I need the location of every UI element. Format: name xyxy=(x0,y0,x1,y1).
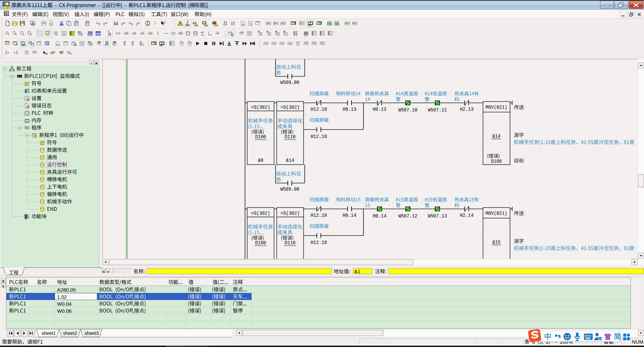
svg-text:19: 19 xyxy=(599,337,602,340)
svg-text:10: 10 xyxy=(105,41,108,44)
svg-text:10: 10 xyxy=(97,41,101,44)
svg-text:%: % xyxy=(53,50,55,54)
svg-text:CI: CI xyxy=(96,33,100,36)
svg-text:%: % xyxy=(45,52,48,55)
svg-text:SMA: SMA xyxy=(88,31,93,33)
svg-text:?: ? xyxy=(164,20,166,24)
svg-text:16: 16 xyxy=(113,41,116,44)
svg-text:?: ? xyxy=(154,20,157,26)
